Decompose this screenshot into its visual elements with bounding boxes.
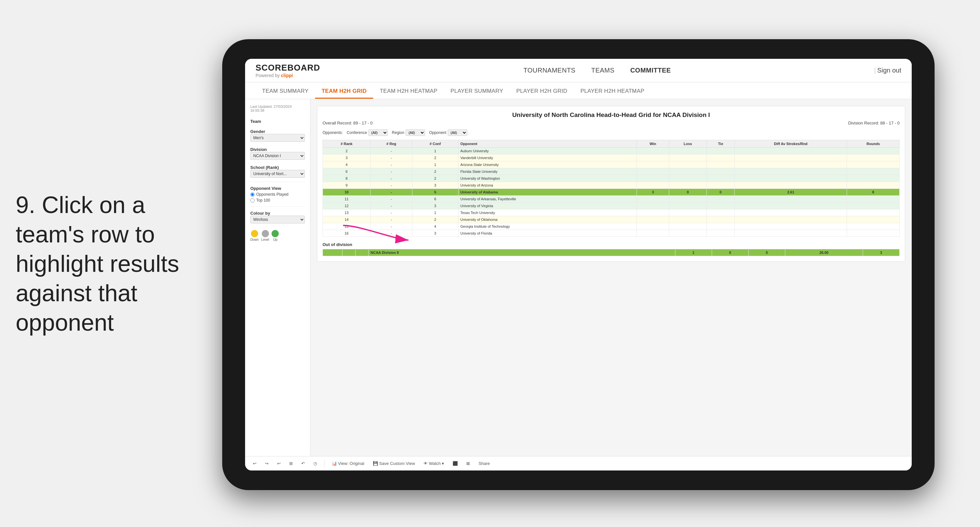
tab-team-h2h-heatmap[interactable]: TEAM H2H HEATMAP [373, 88, 444, 99]
h2h-table: # Rank # Reg # Conf Opponent Win Loss Ti… [323, 140, 900, 237]
col-conf: # Conf [412, 140, 458, 148]
school-select[interactable]: University of Nort... [250, 170, 305, 178]
tablet-screen: SCOREBOARD Powered by clippi TOURNAMENTS… [245, 59, 912, 470]
table-row[interactable]: 9 - 3 University of Arizona [323, 182, 900, 189]
table-row[interactable]: 3 - 2 Vanderbilt University [323, 154, 900, 161]
refresh-btn[interactable]: ↶ [299, 460, 307, 467]
bottom-toolbar: ↩ ↪ ↩ ⊞ ↶ ◷ 📊 View: Original 💾 Save Cust… [245, 456, 912, 470]
table-row-highlighted[interactable]: 10 - 5 University of Alabama 3 0 0 2.61 … [323, 189, 900, 196]
sub-nav: TEAM SUMMARY TEAM H2H GRID TEAM H2H HEAT… [245, 82, 912, 99]
sidebar-gender-section: Gender Men's Women's [250, 128, 305, 142]
radio-top-100[interactable]: Top 100 [250, 198, 305, 202]
colour-by-label: Colour by [250, 211, 305, 216]
opponent-select[interactable]: (All) [448, 129, 467, 136]
table-row[interactable]: 13 - 1 Texas Tech University [323, 209, 900, 216]
col-win: Win [637, 140, 669, 148]
view-original-btn[interactable]: 📊 View: Original [329, 460, 367, 467]
legend-dot-down [251, 230, 258, 237]
tab-player-summary[interactable]: PLAYER SUMMARY [444, 88, 510, 99]
export-btn[interactable]: ⊠ [464, 460, 473, 467]
sidebar-school-section: School (Rank) University of Nort... [250, 164, 305, 178]
overall-record: Overall Record: 89 - 17 - 0 [323, 121, 372, 126]
tab-team-h2h-grid[interactable]: TEAM H2H GRID [315, 88, 373, 99]
share-btn[interactable]: Share [476, 460, 492, 467]
division-label: Division [250, 147, 305, 152]
division-select[interactable]: NCAA Division I NCAA Division II [250, 152, 305, 160]
legend-level: Level [261, 230, 269, 242]
legend-down: Down [250, 230, 259, 242]
screenshot-btn[interactable]: ⬛ [450, 460, 460, 467]
conference-select[interactable]: (All) [368, 129, 388, 136]
col-reg: # Reg [371, 140, 412, 148]
grid-title: University of North Carolina Head-to-Hea… [323, 111, 900, 119]
nav-right: | Sign out [874, 67, 901, 74]
col-diff: Diff Av Strokes/Rnd [735, 140, 847, 148]
col-loss: Loss [669, 140, 706, 148]
opponent-radio-group: Opponents Played Top 100 [250, 192, 305, 202]
out-of-division: Out of division NCAA Division II 1 [323, 242, 900, 256]
legend-label-level: Level [261, 238, 269, 242]
region-select[interactable]: (All) [406, 129, 425, 136]
tab-player-h2h-grid[interactable]: PLAYER H2H GRID [510, 88, 574, 99]
legend-label-up: Up [273, 238, 277, 242]
table-row[interactable]: 16 - 3 University of Florida [323, 230, 900, 237]
col-tie: Tie [706, 140, 734, 148]
sidebar-division-section: Division NCAA Division I NCAA Division I… [250, 146, 305, 160]
nav-tournaments[interactable]: TOURNAMENTS [523, 67, 576, 74]
tablet-device: SCOREBOARD Powered by clippi TOURNAMENTS… [222, 39, 935, 490]
out-of-division-table: NCAA Division II 1 0 0 26.00 3 [323, 249, 900, 256]
scene: 9. Click on a team's row to highlight re… [0, 0, 980, 527]
opponents-filter-label: Opponents: [323, 131, 343, 135]
radio-opponents-played[interactable]: Opponents Played [250, 192, 305, 197]
filter-row: Opponents: Conference (All) Region ( [323, 129, 900, 136]
tab-player-h2h-heatmap[interactable]: PLAYER H2H HEATMAP [574, 88, 651, 99]
opponent-view-label: Opponent View [250, 186, 305, 191]
table-row[interactable]: 4 - 1 Arizona State University [323, 161, 900, 168]
back-btn[interactable]: ↩ [275, 460, 283, 467]
nav-teams[interactable]: TEAMS [591, 67, 614, 74]
logo-area: SCOREBOARD Powered by clippi [256, 63, 320, 78]
division-record: Division Record: 88 - 17 - 0 [848, 121, 900, 126]
undo-btn[interactable]: ↩ [250, 460, 259, 467]
clock-btn[interactable]: ◷ [311, 460, 320, 467]
redo-btn[interactable]: ↪ [262, 460, 271, 467]
table-row[interactable]: 11 - 6 University of Arkansas, Fayettevi… [323, 196, 900, 202]
table-row[interactable]: 14 - 2 University of Oklahoma [323, 216, 900, 223]
watch-btn[interactable]: 👁 Watch ▾ [421, 460, 447, 467]
gender-select[interactable]: Men's Women's [250, 134, 305, 142]
nav-committee[interactable]: COMMITTEE [630, 67, 671, 74]
col-opponent: Opponent [458, 140, 637, 148]
colour-by-section: Colour by Win/loss [250, 207, 305, 223]
out-of-division-title: Out of division [323, 242, 900, 247]
table-row[interactable]: 15 - 4 Georgia Institute of Technology [323, 223, 900, 230]
save-custom-view-btn[interactable]: 💾 Save Custom View [370, 460, 418, 467]
tab-team-summary[interactable]: TEAM SUMMARY [256, 88, 315, 99]
legend-dot-level [262, 230, 269, 237]
legend: Down Level Up [250, 230, 305, 242]
gender-label: Gender [250, 129, 305, 134]
legend-label-down: Down [250, 238, 259, 242]
table-row[interactable]: 12 - 3 University of Virginia [323, 202, 900, 209]
instruction-text: 9. Click on a team's row to highlight re… [16, 190, 205, 337]
grid-btn[interactable]: ⊞ [286, 460, 295, 467]
table-row[interactable]: 8 - 2 University of Washington [323, 175, 900, 182]
logo-subtitle: Powered by clippi [256, 73, 320, 78]
sidebar: Last Updated: 27/03/2024 16:55:38 Team G… [245, 99, 310, 456]
sidebar-timestamp: Last Updated: 27/03/2024 16:55:38 [250, 105, 305, 112]
region-filter: Region (All) [392, 129, 425, 136]
sidebar-team-label: Team [250, 119, 305, 124]
conference-filter: Conference (All) [347, 129, 388, 136]
table-row[interactable]: 6 - 2 Florida State University [323, 168, 900, 175]
colour-by-select[interactable]: Win/loss [250, 216, 305, 223]
grid-records: Overall Record: 89 - 17 - 0 Division Rec… [323, 121, 900, 126]
data-panel: University of North Carolina Head-to-Hea… [310, 99, 912, 456]
out-of-division-row[interactable]: NCAA Division II 1 0 0 26.00 3 [323, 249, 900, 256]
col-rounds: Rounds [847, 140, 900, 148]
school-label: School (Rank) [250, 165, 305, 170]
table-row[interactable]: 2 - 1 Auburn University [323, 148, 900, 154]
col-rank: # Rank [323, 140, 371, 148]
legend-up: Up [272, 230, 279, 242]
opponent-view-section: Opponent View Opponents Played Top 100 [250, 182, 305, 202]
opponent-filter: Opponent (All) [429, 129, 467, 136]
sign-out-link[interactable]: Sign out [877, 67, 901, 74]
